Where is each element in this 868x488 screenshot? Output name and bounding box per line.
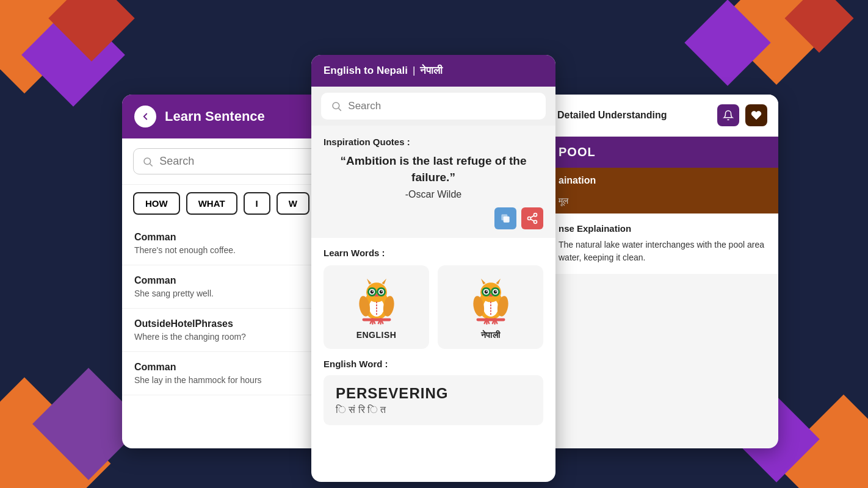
svg-line-9 bbox=[530, 219, 534, 221]
search-icon bbox=[142, 156, 153, 168]
detail-title: Detailed Understanding bbox=[557, 110, 667, 121]
owl-nepali-label: नेपाली bbox=[481, 330, 501, 340]
svg-point-48 bbox=[486, 291, 487, 292]
svg-point-22 bbox=[370, 290, 374, 294]
filter-how[interactable]: HOW bbox=[133, 192, 180, 215]
svg-marker-40 bbox=[481, 279, 486, 284]
back-button[interactable] bbox=[134, 106, 156, 127]
svg-line-1 bbox=[150, 163, 153, 166]
sentence-text-1: There's not enough coffee. bbox=[134, 245, 342, 255]
svg-point-24 bbox=[372, 291, 373, 292]
svg-point-7 bbox=[528, 217, 531, 220]
filter-i[interactable]: I bbox=[244, 192, 270, 215]
owl-english-svg bbox=[355, 276, 398, 325]
filter-what[interactable]: WHAT bbox=[186, 192, 237, 215]
owl-card-nepali[interactable]: नेपाली bbox=[438, 265, 543, 349]
svg-rect-58 bbox=[476, 318, 505, 321]
header-nepali: नेपाली bbox=[420, 65, 443, 77]
owl-card-english[interactable]: ENGLISH bbox=[324, 265, 429, 349]
quote-author: -Oscar Wilde bbox=[324, 189, 543, 200]
owl-nepali-svg bbox=[469, 276, 512, 325]
card-detailed-understanding: Detailed Understanding POOL ainat bbox=[546, 95, 778, 448]
heart-button[interactable] bbox=[745, 104, 767, 126]
svg-point-47 bbox=[493, 290, 497, 294]
explanation-header: aination bbox=[546, 168, 778, 193]
english-word-value: PERSEVERING bbox=[336, 385, 531, 402]
main-search-input[interactable] bbox=[348, 100, 536, 112]
tense-label: nse Explaination bbox=[559, 223, 766, 234]
owl-cards: ENGLISH bbox=[324, 265, 543, 349]
svg-rect-34 bbox=[362, 318, 391, 321]
svg-line-10 bbox=[530, 216, 534, 218]
heart-icon bbox=[751, 110, 762, 121]
tense-text: The natural lake water interchanges with… bbox=[559, 239, 766, 264]
english-word-label: English Word : bbox=[324, 359, 543, 369]
explanation-sub: मूल bbox=[546, 193, 778, 214]
copy-icon bbox=[499, 212, 512, 224]
svg-line-3 bbox=[339, 108, 341, 110]
svg-point-25 bbox=[381, 291, 382, 292]
svg-point-49 bbox=[495, 291, 496, 292]
learn-sentence-title: Learn Sentence bbox=[165, 109, 265, 124]
sentence-category-4: Comman bbox=[134, 362, 342, 373]
quote-share-icon[interactable] bbox=[521, 207, 543, 229]
svg-marker-41 bbox=[496, 279, 501, 284]
svg-point-0 bbox=[144, 157, 151, 164]
bell-icon bbox=[723, 110, 734, 121]
svg-marker-16 bbox=[367, 279, 372, 284]
sentence-text-3: Where is the changing room? bbox=[134, 332, 342, 342]
quote-text: “Ambition is the last refuge of the fail… bbox=[324, 153, 543, 185]
svg-point-8 bbox=[534, 221, 537, 224]
pool-text: POOL bbox=[559, 145, 596, 159]
sentence-category-3: OutsideHotelPhrases bbox=[134, 318, 342, 329]
share-icon bbox=[526, 212, 538, 224]
quote-label: Inspiration Quotes : bbox=[324, 137, 543, 147]
svg-rect-5 bbox=[501, 215, 507, 221]
detail-header: Detailed Understanding bbox=[546, 95, 778, 137]
header-divider: | bbox=[413, 65, 415, 77]
quote-icons bbox=[324, 207, 543, 229]
sentence-category-1: Comman bbox=[134, 232, 342, 243]
card-english-nepali: English to Nepali | नेपाली Inspiration Q… bbox=[311, 55, 555, 482]
pool-banner: POOL bbox=[546, 137, 778, 168]
quote-copy-icon[interactable] bbox=[494, 207, 516, 229]
header-icon-group bbox=[717, 104, 767, 126]
explanation-header-text: aination bbox=[559, 175, 596, 185]
filter-w[interactable]: W bbox=[277, 192, 309, 215]
main-search-area bbox=[311, 87, 555, 126]
sentence-text-2: She sang pretty well. bbox=[134, 289, 342, 298]
learn-words-label: Learn Words : bbox=[324, 248, 543, 258]
owl-nepali-image bbox=[469, 276, 512, 325]
explanation-sub-text: मूल bbox=[559, 196, 568, 206]
header-title: English to Nepali bbox=[324, 65, 408, 77]
main-search-icon bbox=[331, 100, 342, 112]
english-word-box[interactable]: PERSEVERING ि सं रि ि त bbox=[324, 375, 543, 425]
svg-point-6 bbox=[534, 214, 537, 217]
english-word-nepali: ि सं रि ि त bbox=[336, 404, 531, 415]
svg-point-46 bbox=[484, 290, 488, 294]
back-arrow-icon bbox=[140, 111, 151, 122]
main-search-wrap[interactable] bbox=[321, 93, 546, 120]
svg-point-2 bbox=[333, 102, 339, 109]
learn-words-section: Learn Words : bbox=[311, 238, 555, 359]
cards-container: Learn Sentence HOW WHAT I W Comman There… bbox=[0, 0, 868, 488]
sentence-category-2: Comman bbox=[134, 275, 342, 286]
sentence-text-4: She lay in the hammock for hours bbox=[134, 375, 342, 385]
owl-english-image bbox=[355, 276, 398, 325]
svg-marker-17 bbox=[382, 279, 386, 284]
learn-search-input[interactable] bbox=[159, 155, 334, 168]
tense-section: nse Explaination The natural lake water … bbox=[546, 214, 778, 274]
quote-section: Inspiration Quotes : “Ambition is the la… bbox=[311, 126, 555, 238]
owl-english-label: ENGLISH bbox=[356, 330, 397, 340]
notification-button[interactable] bbox=[717, 104, 739, 126]
english-nepali-header: English to Nepali | नेपाली bbox=[311, 55, 555, 87]
svg-point-23 bbox=[379, 290, 383, 294]
english-word-section: English Word : PERSEVERING ि सं रि ि त bbox=[311, 359, 555, 435]
